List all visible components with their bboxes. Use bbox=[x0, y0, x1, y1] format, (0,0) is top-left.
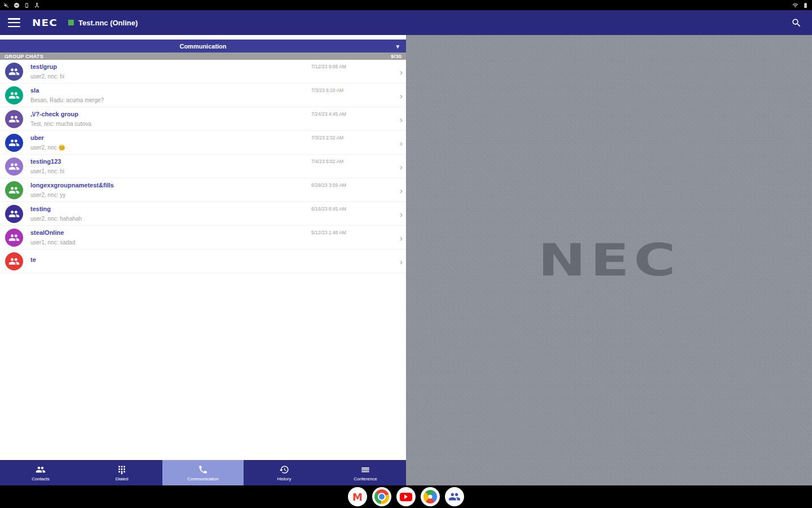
chat-row[interactable]: longexxgroupnametest&fills user2, nnc: y… bbox=[0, 178, 406, 202]
status-icons-left bbox=[3, 2, 40, 8]
chat-timestamp: 7/4/23 5:02 AM bbox=[311, 159, 343, 164]
detail-pane: NEC bbox=[406, 35, 812, 485]
chat-row[interactable]: uber user2, nnc 😊 7/3/23 2:32 AM › bbox=[0, 131, 406, 155]
group-people-icon bbox=[8, 185, 20, 196]
group-people-icon bbox=[8, 137, 20, 148]
tab-conference[interactable]: Conference bbox=[325, 460, 406, 485]
chevron-right-icon: › bbox=[400, 91, 403, 99]
chat-row[interactable]: test/grup user2, nnc: hi 7/12/23 9:08 AM… bbox=[0, 60, 406, 84]
chat-name: testing bbox=[30, 205, 82, 213]
chat-row[interactable]: stealOnline user1, nnc: sadad 5/12/23 1:… bbox=[0, 226, 406, 249]
chat-name: sla bbox=[30, 87, 104, 94]
group-avatar bbox=[5, 205, 23, 223]
group-people-icon bbox=[8, 232, 20, 243]
volume-muted-icon bbox=[3, 2, 10, 8]
chat-row[interactable]: testing123 user1, nnc: hi 7/4/23 5:02 AM… bbox=[0, 155, 406, 178]
nec-watermark: NEC bbox=[538, 235, 680, 286]
group-avatar bbox=[5, 181, 23, 199]
battery-icon bbox=[802, 2, 809, 8]
chat-name: longexxgroupnametest&fills bbox=[30, 182, 114, 189]
dnd-icon bbox=[14, 2, 20, 8]
chat-timestamp: 7/3/23 2:32 AM bbox=[311, 135, 343, 141]
phone-icon bbox=[198, 465, 208, 475]
gmail-icon[interactable]: M bbox=[348, 487, 367, 506]
group-avatar bbox=[5, 157, 23, 176]
group-avatar bbox=[5, 229, 23, 247]
chat-name: ,\/?-check group bbox=[30, 111, 91, 118]
group-people-icon bbox=[8, 90, 20, 101]
chat-last-message: user2, nnc: hi bbox=[30, 73, 64, 80]
usb-icon bbox=[34, 2, 40, 8]
chevron-right-icon: › bbox=[400, 115, 403, 123]
section-label: GROUP CHATS bbox=[5, 54, 43, 59]
chat-last-message: user2, nnc 😊 bbox=[30, 144, 65, 151]
group-people-icon bbox=[8, 161, 20, 172]
group-avatar bbox=[5, 86, 23, 104]
chevron-right-icon: › bbox=[400, 67, 403, 76]
group-avatar bbox=[5, 134, 23, 152]
chevron-right-icon: › bbox=[400, 162, 403, 170]
group-people-icon bbox=[8, 256, 20, 267]
panel-header-label: Communication bbox=[179, 43, 226, 50]
chat-panel: Communication ▾ GROUP CHATS 9/30 test/gr… bbox=[0, 35, 406, 485]
chat-name: test/grup bbox=[30, 63, 64, 71]
chevron-right-icon: › bbox=[400, 138, 403, 147]
chat-name: te bbox=[30, 256, 36, 264]
tab-label: Conference bbox=[354, 476, 377, 481]
chat-list: test/grup user2, nnc: hi 7/12/23 9:08 AM… bbox=[0, 60, 406, 460]
chat-timestamp: 7/24/23 4:45 AM bbox=[311, 111, 346, 117]
history-icon bbox=[279, 465, 289, 475]
online-status-dot bbox=[68, 20, 74, 25]
tab-label: Contacts bbox=[32, 476, 50, 481]
dock: M bbox=[0, 485, 812, 508]
chat-name: uber bbox=[30, 134, 65, 142]
chat-last-message: user1, nnc: hi bbox=[30, 168, 64, 175]
tab-dialed[interactable]: Dialed bbox=[81, 460, 162, 485]
photos-icon[interactable] bbox=[421, 487, 440, 506]
group-avatar bbox=[5, 63, 23, 81]
chat-name: stealOnline bbox=[30, 229, 76, 237]
dialpad-icon bbox=[117, 465, 127, 475]
status-icons-right bbox=[792, 2, 809, 8]
chevron-right-icon: › bbox=[400, 186, 403, 194]
chat-timestamp: 5/12/23 1:48 AM bbox=[311, 230, 346, 235]
account-title: Test.nnc (Online) bbox=[78, 19, 138, 27]
chevron-right-icon: › bbox=[400, 233, 403, 242]
chat-last-message: user2, nnc: hahahah bbox=[30, 216, 82, 222]
chat-row[interactable]: ,\/?-check group Test, nnc: mucha cutova… bbox=[0, 107, 406, 131]
tab-history[interactable]: History bbox=[244, 460, 325, 485]
tab-label: Dialed bbox=[116, 476, 129, 481]
chat-row[interactable]: sla Besan, Radu: acuma merge? 7/3/23 6:1… bbox=[0, 84, 406, 107]
chat-name: testing123 bbox=[30, 158, 64, 165]
search-icon[interactable] bbox=[789, 15, 804, 30]
chat-timestamp: 6/16/23 8:45 AM bbox=[311, 206, 346, 212]
chevron-right-icon: › bbox=[400, 257, 403, 265]
group-people-icon bbox=[8, 113, 20, 125]
menu-icon[interactable] bbox=[8, 18, 20, 27]
screen: NEC Test.nnc (Online) Communication ▾ GR… bbox=[0, 0, 812, 508]
tab-contacts[interactable]: Contacts bbox=[0, 460, 81, 485]
section-count: 9/30 bbox=[391, 54, 401, 59]
group-people-icon bbox=[8, 208, 20, 220]
wifi-icon bbox=[792, 2, 798, 8]
chat-last-message: Test, nnc: mucha cutova bbox=[30, 121, 91, 128]
chevron-down-icon: ▾ bbox=[396, 42, 399, 50]
group-avatar bbox=[5, 252, 23, 270]
chat-last-message: Besan, Radu: acuma merge? bbox=[30, 97, 104, 104]
chat-timestamp: 7/12/23 9:08 AM bbox=[311, 64, 346, 69]
nec-logo: NEC bbox=[32, 17, 58, 28]
chat-last-message: user1, nnc: sadad bbox=[30, 239, 76, 246]
conference-icon bbox=[360, 465, 370, 475]
tab-label: Communication bbox=[187, 476, 219, 481]
youtube-icon[interactable] bbox=[396, 487, 416, 506]
chat-row[interactable]: testing user2, nnc: hahahah 6/16/23 8:45… bbox=[0, 202, 406, 226]
group-chats-section-header: GROUP CHATS 9/30 bbox=[0, 52, 406, 60]
chat-row[interactable]: te › bbox=[0, 249, 406, 273]
tab-communication[interactable]: Communication bbox=[162, 460, 244, 485]
panel-header-dropdown[interactable]: Communication ▾ bbox=[0, 40, 406, 52]
status-bar bbox=[0, 0, 812, 10]
chrome-icon[interactable] bbox=[372, 487, 391, 506]
vibrate-icon bbox=[24, 2, 30, 8]
uc-app-icon[interactable] bbox=[445, 487, 464, 506]
chat-last-message: user2, nnc: yy bbox=[30, 192, 114, 199]
